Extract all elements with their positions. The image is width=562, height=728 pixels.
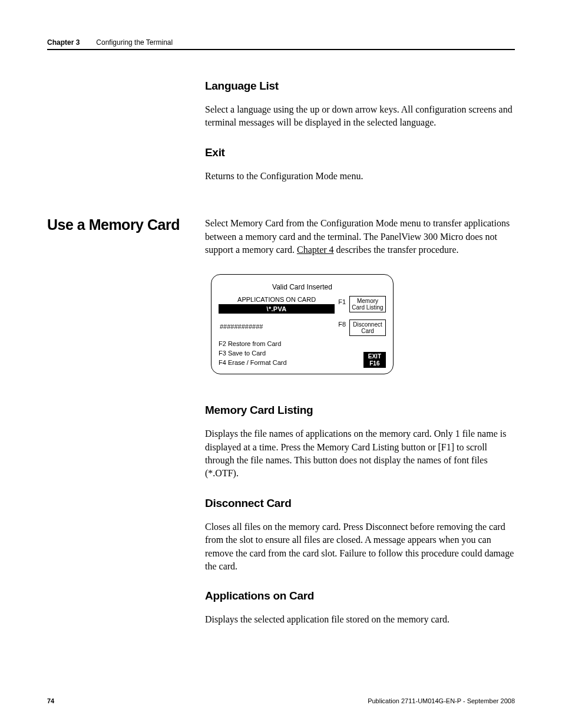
- screen-f8-label: F8: [338, 321, 346, 328]
- heading-exit: Exit: [205, 146, 515, 159]
- heading-memory-card-listing: Memory Card Listing: [205, 404, 515, 417]
- publication-info: Publication 2711-UM014G-EN-P - September…: [368, 697, 515, 704]
- section-title-memory-card: Use a Memory Card: [47, 217, 205, 233]
- terminal-screen-illustration: Valid Card Inserted APPLICATIONS ON CARD…: [211, 274, 394, 374]
- paragraph-disconnect-card: Closes all files on the memory card. Pre…: [205, 521, 515, 574]
- screen-exit-button: EXIT F16: [363, 352, 386, 368]
- screen-apps-header: APPLICATIONS ON CARD: [219, 296, 335, 303]
- chapter-title: Configuring the Terminal: [96, 38, 173, 47]
- screen-f2-option: F2 Restore from Card: [219, 340, 287, 349]
- heading-disconnect-card: Disconnect Card: [205, 497, 515, 510]
- screen-apps-bar: \*.PVA: [219, 304, 335, 314]
- screen-f4-option: F4 Erase / Format Card: [219, 358, 287, 368]
- paragraph-memory-card-listing: Displays the file names of applications …: [205, 427, 515, 480]
- paragraph-exit: Returns to the Configuration Mode menu.: [205, 170, 515, 183]
- paragraph-applications-on-card: Displays the selected application file s…: [205, 613, 515, 626]
- heading-applications-on-card: Applications on Card: [205, 589, 515, 602]
- intro-text-b: describes the transfer procedure.: [334, 245, 459, 255]
- screen-memory-card-listing-button: Memory Card Listing: [349, 296, 386, 312]
- screen-apps-hash: ############: [220, 323, 335, 330]
- heading-language-list: Language List: [205, 80, 515, 93]
- screen-exit-label: EXIT: [368, 353, 381, 360]
- page-header: Chapter 3 Configuring the Terminal: [47, 38, 515, 50]
- screen-disconnect-card-button: Disconnect Card: [349, 319, 386, 336]
- chapter-label: Chapter 3: [47, 38, 80, 47]
- screen-f-options: F2 Restore from Card F3 Save to Card F4 …: [219, 340, 287, 368]
- paragraph-language-list: Select a language using the up or down a…: [205, 103, 515, 130]
- screen-status: Valid Card Inserted: [219, 283, 386, 291]
- page-footer: 74 Publication 2711-UM014G-EN-P - Septem…: [47, 697, 515, 704]
- paragraph-memory-card-intro: Select Memory Card from the Configuratio…: [205, 217, 515, 256]
- screen-f1-label: F1: [338, 298, 346, 305]
- chapter-4-link[interactable]: Chapter 4: [297, 245, 334, 255]
- page-number: 74: [47, 697, 54, 704]
- screen-exit-f16: F16: [368, 360, 381, 367]
- screen-f3-option: F3 Save to Card: [219, 349, 287, 358]
